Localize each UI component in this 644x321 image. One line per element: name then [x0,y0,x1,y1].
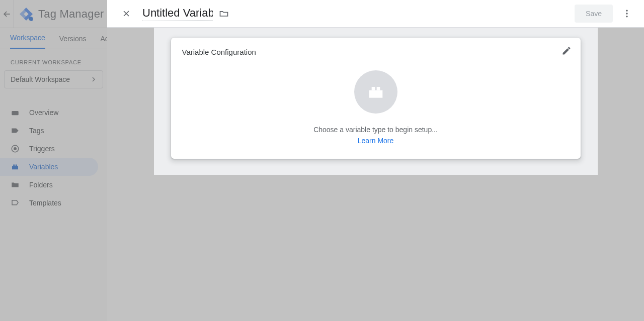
edit-button[interactable] [561,46,572,56]
empty-state-icon-wrap [354,70,397,114]
close-button[interactable] [117,5,135,23]
variable-editor-panel: Save Variable Configuration Choose a var… [107,0,644,321]
pencil-icon [561,46,572,56]
svg-point-10 [626,13,627,14]
variable-configuration-card[interactable]: Variable Configuration Choose a variable… [171,38,581,159]
variable-name-input[interactable] [142,7,213,21]
panel-header: Save [107,0,644,28]
save-button[interactable]: Save [575,5,613,23]
more-vert-icon [622,9,632,19]
brick-large-icon [366,82,386,102]
svg-point-9 [626,10,627,12]
folder-button[interactable] [218,8,230,20]
svg-rect-12 [371,87,375,90]
close-icon [121,9,131,19]
card-title: Variable Configuration [182,48,570,56]
more-menu-button[interactable] [618,5,636,23]
editor-sheet: Variable Configuration Choose a variable… [154,28,598,175]
svg-point-11 [626,16,627,17]
learn-more-link[interactable]: Learn More [358,137,394,145]
empty-state: Choose a variable type to begin setup...… [182,70,570,145]
panel-body: Variable Configuration Choose a variable… [107,28,644,321]
empty-state-text: Choose a variable type to begin setup... [313,126,438,134]
folder-outline-icon [219,9,229,19]
svg-rect-13 [376,87,380,90]
